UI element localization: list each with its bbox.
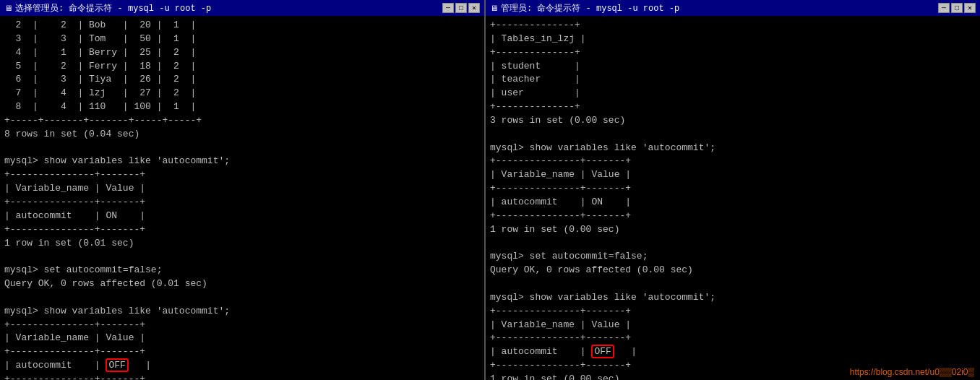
terminal-icon-right: 🖥 [490, 4, 498, 13]
title-bar-right: 🖥 管理员: 命令提示符 - mysql -u root -p ─ □ ✕ [486, 0, 980, 16]
title-controls-right[interactable]: ─ □ ✕ [938, 3, 976, 13]
title-bar-left: 🖥 选择管理员: 命令提示符 - mysql -u root -p ─ □ ✕ [0, 0, 484, 16]
terminal-icon-left: 🖥 [4, 4, 12, 13]
terminal-content-left: 2 | 2 | Bob | 20 | 1 | 3 | 3 | Tom | 50 … [0, 16, 484, 380]
terminal-left: 🖥 选择管理员: 命令提示符 - mysql -u root -p ─ □ ✕ … [0, 0, 486, 380]
terminal-right: 🖥 管理员: 命令提示符 - mysql -u root -p ─ □ ✕ +-… [486, 0, 980, 380]
terminal-content-right: +--------------+ | Tables_in_lzj | +----… [486, 16, 980, 380]
maximize-btn-left[interactable]: □ [455, 3, 467, 13]
close-btn-left[interactable]: ✕ [468, 3, 480, 13]
maximize-btn-right[interactable]: □ [951, 3, 963, 13]
title-controls-left[interactable]: ─ □ ✕ [442, 3, 480, 13]
title-text-left: 选择管理员: 命令提示符 - mysql -u root -p [15, 2, 211, 14]
minimize-btn-right[interactable]: ─ [938, 3, 950, 13]
title-text-right: 管理员: 命令提示符 - mysql -u root -p [501, 2, 679, 14]
watermark: https://blog.csdn.net/u0▒▒02i0▒ [850, 367, 974, 377]
close-btn-right[interactable]: ✕ [964, 3, 976, 13]
minimize-btn-left[interactable]: ─ [442, 3, 454, 13]
